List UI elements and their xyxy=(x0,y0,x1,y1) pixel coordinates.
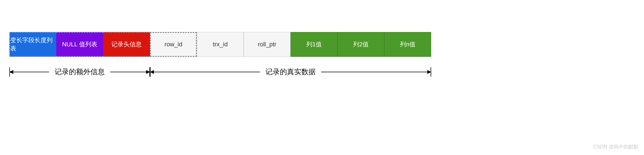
bracket-extra-info: 记录的额外信息 xyxy=(9,63,150,80)
bracket-row: 记录的额外信息 记录的真实数据 xyxy=(9,63,431,80)
cell-label: trx_id xyxy=(213,41,228,48)
row-format-diagram: 变长字段长度列表 NULL 值列表 记录头信息 row_id trx_id ro… xyxy=(9,32,431,57)
bracket-real-data: 记录的真实数据 xyxy=(150,63,431,80)
cell-column-2-value: 列2值 xyxy=(337,32,384,57)
arrow-left-icon xyxy=(150,70,154,74)
watermark: CSDN @风中的默默 xyxy=(593,143,638,150)
cell-record-header-info: 记录头信息 xyxy=(103,32,150,57)
cell-label: row_id xyxy=(165,41,183,48)
cell-label: 列n值 xyxy=(400,40,415,49)
cell-label: 列2值 xyxy=(353,40,369,49)
cell-varlen-field-length-list: 变长字段长度列表 xyxy=(9,32,56,57)
cell-label: 记录头信息 xyxy=(111,40,142,49)
cell-column-n-value: 列n值 xyxy=(384,32,431,57)
arrow-left-icon xyxy=(9,70,13,74)
cell-label: NULL 值列表 xyxy=(62,40,97,49)
cell-trx-id: trx_id xyxy=(197,32,244,57)
cell-row-id: row_id xyxy=(150,32,197,57)
cell-label: 变长字段长度列表 xyxy=(10,36,56,53)
cell-null-value-list: NULL 值列表 xyxy=(56,32,103,57)
bracket-label-real-data: 记录的真实数据 xyxy=(260,67,321,77)
cell-label: 列1值 xyxy=(306,40,322,49)
cell-label: roll_ptr xyxy=(258,41,276,48)
cell-roll-ptr: roll_ptr xyxy=(244,32,291,57)
bracket-label-extra-info: 记录的额外信息 xyxy=(49,67,110,77)
cell-column-1-value: 列1值 xyxy=(291,32,337,57)
bracket-tick-icon xyxy=(431,67,431,77)
